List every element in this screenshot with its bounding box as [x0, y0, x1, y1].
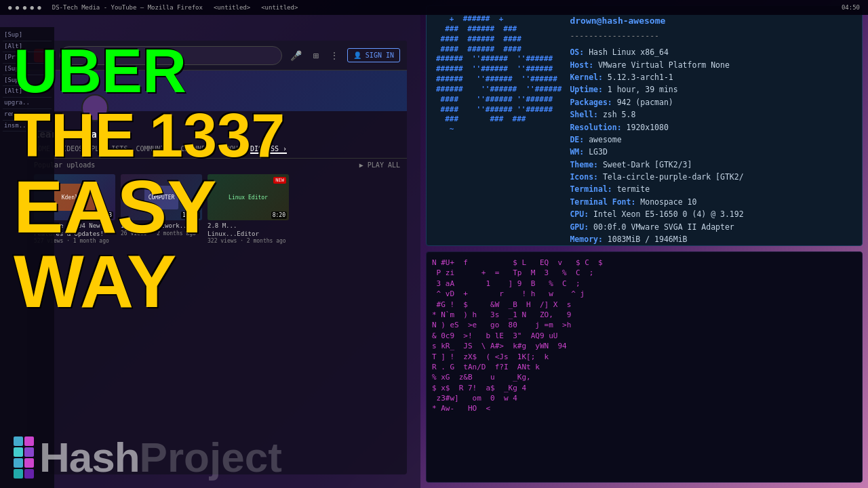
taskbar-firefox[interactable]: DS-Tech Media - YouTube — Mozilla Firefo… — [48, 4, 207, 11]
hash-block-7 — [14, 469, 23, 479]
hash-word: Hash — [39, 433, 140, 481]
hash-block-2 — [24, 436, 34, 446]
duration-3: 8:20 — [271, 211, 287, 219]
tab-channels[interactable]: CHANNELS — [181, 145, 214, 154]
neofetch-field-host: Host: VMware Virtual Platform None — [570, 59, 852, 71]
taskbar-untitled1[interactable]: <untitled> — [210, 4, 254, 11]
chat-item: [Alt] — [3, 86, 52, 98]
neofetch-field-terminal: Terminal: termite — [570, 183, 852, 195]
hash-block-5 — [14, 458, 23, 468]
new-badge: NEW — [273, 177, 286, 184]
hash-block-3 — [14, 447, 23, 457]
terminal-neofetch: + ###### + ### ###### ### #### ###### ##… — [426, 5, 863, 246]
tab-discuss[interactable]: DISCUSS › — [250, 145, 287, 154]
chat-item: [Sup] — [3, 30, 52, 41]
duration-2: 19:00 — [181, 211, 200, 219]
hash-block-6 — [24, 458, 34, 468]
search-placeholder: Search — [67, 51, 94, 60]
more-icon[interactable]: ⋮ — [330, 50, 339, 61]
taskbar-icons: ● ● ● ● ● — [4, 4, 45, 11]
video-meta-3: 322 views · 2 months ago — [208, 238, 289, 244]
sign-in-button[interactable]: 👤 SIGN IN — [347, 48, 400, 62]
neofetch-field-de: DE: awesome — [570, 134, 852, 146]
neofetch-info: drown@hash-awesome ------------------- O… — [570, 14, 852, 237]
youtube-content: Search 🎤 ⊞ ⋮ 👤 SIGN IN Learn Media HOME … — [27, 41, 407, 474]
chat-item: [Sup] — [3, 64, 52, 75]
chat-item: [Prt] — [3, 52, 52, 64]
channel-name: Learn Media — [27, 125, 407, 141]
video-card-2[interactable]: COMPUTER 19:00 Intro... Network... 26 vi… — [121, 174, 202, 244]
channel-avatar — [81, 94, 108, 121]
neofetch-field-shell: Shell: zsh 5.8 — [570, 108, 852, 121]
chat-item: insm.. — [3, 121, 52, 132]
video-title-2: Intro... Network... — [121, 222, 202, 230]
taskbar: ● ● ● ● ● DS-Tech Media - YouTube — Mozi… — [0, 0, 868, 15]
neofetch-field-terminal-font: Terminal Font: Monospace 10 — [570, 196, 852, 208]
left-panel: [Sup] [Alt] [Prt] [Sup] [Sup] [Alt] upgr… — [0, 0, 420, 488]
yt-search-bar[interactable]: Search — [60, 46, 282, 65]
terminal-matrix: N #U+ f $ L EQ v $ C $ P zi + = Tp M 3 %… — [426, 251, 863, 483]
channel-banner — [27, 70, 407, 111]
yt-tabs: HOME VIDEOS PLAYLISTS COMMUNITY CHANNELS… — [27, 141, 407, 159]
taskbar-untitled2[interactable]: <untitled> — [257, 4, 302, 11]
neofetch-field-icons: Icons: Tela-circle-purple-dark [GTK2/ — [570, 171, 852, 183]
yt-header: Search 🎤 ⊞ ⋮ 👤 SIGN IN — [27, 41, 407, 70]
neofetch-field-resolution: Resolution: 1920x1080 — [570, 121, 852, 134]
project-word: Project — [140, 433, 282, 481]
chat-item: upgra.. — [3, 98, 52, 109]
neofetch-field-uptime: Uptime: 1 hour, 39 mins — [570, 83, 852, 96]
tab-about[interactable]: ABOUT — [222, 145, 242, 154]
hash-block-8 — [24, 469, 34, 479]
video-grid: Kdenlive 13:43 Kdenlive 21.04 New Featur… — [27, 171, 407, 247]
neofetch-field-kernel: Kernel: 5.12.3-arch1-1 — [570, 71, 852, 83]
neofetch-field-os: OS: Hash Linux x86_64 — [570, 46, 852, 58]
video-card-3[interactable]: Linux Editor NEW 8:20 2.8 M... Linux...E… — [208, 174, 289, 244]
tab-community[interactable]: COMMUNITY — [136, 145, 172, 154]
avatar-icon: 👤 — [353, 52, 361, 59]
chat-item: [Alt] — [3, 41, 52, 53]
right-panel: + ###### + ### ###### ### #### ###### ##… — [420, 0, 868, 488]
neofetch-field-cpu: CPU: Intel Xeon E5-1650 0 (4) @ 3.192 — [570, 208, 852, 220]
mic-icon[interactable]: 🎤 — [290, 50, 302, 61]
chat-item: rem... — [3, 109, 52, 121]
video-thumb-3: Linux Editor NEW 8:20 — [208, 174, 289, 220]
hash-block-1 — [14, 436, 23, 446]
hash-symbol — [14, 436, 34, 479]
matrix-text: N #U+ f $ L EQ v $ C $ P zi + = Tp M 3 %… — [427, 252, 862, 482]
neofetch-field-gpu: GPU: 00:0f.0 VMware SVGA II Adapter — [570, 221, 852, 233]
tab-videos[interactable]: VIDEOS — [58, 145, 83, 154]
tab-playlists[interactable]: PLAYLISTS — [91, 145, 127, 154]
bottom-overlay: Hash Project — [0, 407, 27, 488]
video-meta-2: 26 views · 2 months ago — [121, 230, 202, 237]
play-all-button[interactable]: ▶ PLAY ALL — [359, 161, 400, 169]
grid-icon[interactable]: ⊞ — [313, 50, 318, 61]
neofetch-field-theme: Theme: Sweet-Dark [GTK2/3] — [570, 159, 852, 171]
neofetch-field-memory: Memory: 1083MiB / 1946MiB — [570, 233, 852, 245]
neofetch-field-wm: WM: LG3D — [570, 146, 852, 158]
chat-item: [Sup] — [3, 75, 52, 87]
duration-1: 13:43 — [94, 211, 113, 219]
hash-block-4 — [24, 447, 34, 457]
hash-project-logo: Hash Project — [14, 433, 282, 481]
neofetch-field-packages: Packages: 942 (pacman) — [570, 96, 852, 108]
neofetch-username: drown@hash-awesome — [570, 14, 852, 28]
neofetch-ascii-art: + ###### + ### ###### ### #### ###### ##… — [436, 14, 561, 237]
neofetch-separator: ------------------- — [570, 30, 852, 42]
popular-row: Popular uploads ▶ PLAY ALL — [27, 159, 407, 171]
video-thumb-2: COMPUTER 19:00 — [121, 174, 202, 220]
video-title-3: 2.8 M... Linux...Editor — [208, 222, 289, 238]
taskbar-time: 04:50 — [837, 4, 864, 11]
